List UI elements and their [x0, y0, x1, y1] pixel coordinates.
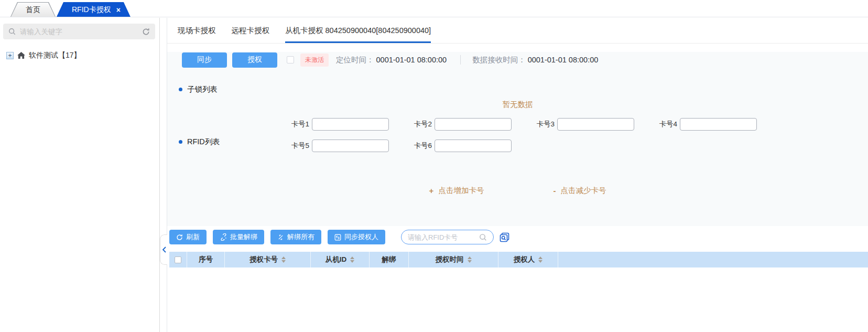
window-tab-bar: 首页 RFID卡授权 × [0, 0, 868, 17]
column-label: 序号 [199, 255, 213, 264]
broken-link-icon [220, 233, 227, 241]
empty-data-text: 暂无数据 [167, 100, 868, 110]
card-number-input-1[interactable] [312, 118, 389, 131]
column-label: 授权人 [514, 255, 535, 264]
locate-time-label: 定位时间： [336, 55, 374, 65]
refresh-icon [176, 234, 183, 241]
sublock-section-title: 子锁列表 [187, 84, 218, 94]
card-field-2: 卡号2 [413, 118, 536, 131]
sort-icon[interactable] [538, 256, 542, 263]
sublock-section: 子锁列表 暂无数据 [167, 84, 868, 110]
tab-home-label: 首页 [26, 5, 40, 15]
column-label: 授权时间 [436, 255, 464, 264]
home-icon [17, 52, 25, 59]
search-icon[interactable] [479, 233, 487, 241]
refresh-label: 刷新 [186, 232, 200, 242]
content-tab-bar: 现场卡授权 远程卡授权 从机卡授权 804250900040[804250900… [167, 18, 868, 44]
collapse-panel-handle[interactable] [160, 234, 167, 265]
bullet-dot-icon [179, 140, 182, 144]
column-label: 从机ID [326, 255, 347, 264]
search-icon [8, 28, 16, 35]
refresh-button[interactable]: 刷新 [169, 230, 207, 244]
card-field-4: 卡号4 [658, 118, 781, 131]
column-header-slave-id[interactable]: 从机ID [311, 252, 370, 267]
main-content: 现场卡授权 远程卡授权 从机卡授权 804250900040[804250900… [167, 18, 868, 332]
column-header-authorizer[interactable]: 授权人 [498, 252, 558, 267]
sync-person-icon [334, 234, 341, 241]
tree-node-software-test[interactable]: + 软件测试【17】 [6, 51, 159, 60]
expand-plus-icon[interactable]: + [6, 52, 14, 59]
card-number-input-6[interactable] [435, 140, 512, 152]
card-label-5: 卡号5 [290, 141, 309, 151]
batch-unbind-label: 批量解绑 [230, 232, 257, 242]
card-number-input-3[interactable] [557, 118, 634, 131]
minus-icon: - [553, 186, 556, 195]
receive-time-label: 数据接收时间： [472, 55, 526, 65]
tree-node-label: 软件测试【17】 [29, 51, 81, 60]
plus-icon: + [429, 186, 434, 195]
card-number-input-5[interactable] [312, 140, 389, 152]
authorized-cards-panel: 刷新 批量解绑 解绑所有 同步授权人 [167, 226, 868, 325]
rfid-section: RFID列表 卡号1 卡号2 卡号3 卡号4 [167, 118, 868, 152]
refresh-icon[interactable] [142, 28, 150, 36]
sidebar-search [3, 24, 155, 39]
column-label: 解绑 [382, 255, 396, 264]
rfid-section-title: RFID列表 [187, 137, 220, 147]
select-all-cell [169, 252, 187, 267]
column-header-index: 序号 [187, 252, 225, 267]
tab-rfid-authorization[interactable]: RFID卡授权 × [57, 2, 131, 17]
sync-button[interactable]: 同步 [182, 52, 227, 68]
card-number-input-2[interactable] [435, 118, 512, 131]
close-icon[interactable]: × [116, 6, 121, 14]
rfid-card-search-input[interactable] [408, 233, 479, 241]
status-badge: 未激活 [300, 53, 329, 67]
divider [460, 55, 461, 65]
remove-card-button[interactable]: - 点击减少卡号 [553, 186, 606, 196]
keyword-search-input[interactable] [20, 28, 142, 36]
add-card-button[interactable]: + 点击增加卡号 [429, 186, 484, 196]
card-label-2: 卡号2 [413, 120, 432, 129]
card-count-controls: + 点击增加卡号 - 点击减少卡号 [167, 186, 868, 196]
column-header-auth-time[interactable]: 授权时间 [409, 252, 498, 267]
receive-time-value: 0001-01-01 08:00:00 [528, 56, 599, 64]
select-all-checkbox[interactable] [175, 256, 181, 263]
activate-checkbox[interactable] [287, 56, 294, 63]
file-search-icon[interactable] [499, 232, 510, 243]
sort-icon[interactable] [468, 256, 472, 263]
card-field-6: 卡号6 [413, 140, 536, 152]
column-header-card-number[interactable]: 授权卡号 [225, 252, 311, 267]
card-field-5: 卡号5 [290, 140, 413, 152]
card-field-3: 卡号3 [536, 118, 658, 131]
action-row: 同步 授权 未激活 定位时间： 0001-01-01 08:00:00 数据接收… [182, 52, 868, 68]
batch-unbind-button[interactable]: 批量解绑 [213, 230, 264, 244]
sync-authorizer-button[interactable]: 同步授权人 [328, 230, 385, 244]
unbind-all-button[interactable]: 解绑所有 [270, 230, 321, 244]
bullet-dot-icon [179, 88, 182, 91]
card-number-input-4[interactable] [680, 118, 757, 131]
tab-home[interactable]: 首页 [10, 2, 56, 17]
tab-remote-label: 远程卡授权 [232, 26, 270, 36]
tab-onsite-label: 现场卡授权 [178, 26, 216, 36]
table-body [169, 267, 868, 325]
card-field-1: 卡号1 [290, 118, 413, 131]
column-label: 授权卡号 [249, 255, 278, 264]
table-header-filler [558, 252, 868, 267]
locate-time-value: 0001-01-01 08:00:00 [376, 56, 447, 64]
tab-onsite-card-authorization[interactable]: 现场卡授权 [178, 18, 216, 43]
card-label-1: 卡号1 [290, 120, 309, 129]
unbind-all-label: 解绑所有 [287, 232, 314, 242]
column-header-unbind: 解绑 [370, 252, 409, 267]
sidebar: + 软件测试【17】 [0, 18, 160, 332]
tab-slave-label: 从机卡授权 804250900040[804250900040] [285, 26, 431, 36]
sync-authorizer-label: 同步授权人 [344, 232, 378, 242]
tab-remote-card-authorization[interactable]: 远程卡授权 [232, 18, 270, 43]
sort-icon[interactable] [350, 256, 354, 263]
sort-icon[interactable] [281, 256, 286, 263]
remove-card-label: 点击减少卡号 [560, 186, 606, 196]
tab-rfid-label: RFID卡授权 [72, 5, 111, 15]
card-number-fields: 卡号1 卡号2 卡号3 卡号4 卡号5 [290, 118, 868, 152]
tab-slave-card-authorization[interactable]: 从机卡授权 804250900040[804250900040] [285, 18, 431, 43]
authorize-button[interactable]: 授权 [232, 52, 277, 68]
table-toolbar: 刷新 批量解绑 解绑所有 同步授权人 [169, 230, 868, 244]
table-header-row: 序号 授权卡号 从机ID 解绑 授权时间 授权人 [169, 252, 868, 267]
